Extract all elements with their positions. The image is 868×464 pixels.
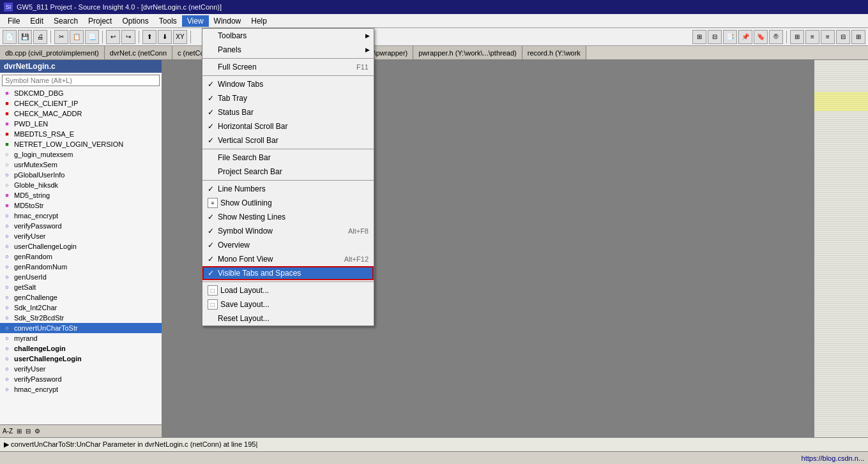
toolbar-sep-5 xyxy=(786,31,787,43)
symbol-item[interactable]: ■CHECK_MAC_ADDR xyxy=(0,109,162,119)
app-icon: SI xyxy=(4,3,13,11)
menu-item-mono-font[interactable]: Mono Font View Alt+F12 xyxy=(202,252,374,266)
toolbar-btn-19[interactable]: ≡ xyxy=(805,30,819,44)
menu-view[interactable]: View xyxy=(182,15,209,27)
menu-file[interactable]: File xyxy=(3,15,25,27)
symbol-item[interactable]: ○getSalt xyxy=(0,282,162,292)
menu-item-load-layout[interactable]: ⬚ Load Layout... xyxy=(202,283,374,297)
toolbar-btn-17[interactable]: ® xyxy=(769,30,783,44)
menu-tools[interactable]: Tools xyxy=(154,15,182,27)
symbol-item[interactable]: ○genChallenge xyxy=(0,292,162,303)
menu-item-overview[interactable]: Overview xyxy=(202,238,374,252)
symbol-item[interactable]: ○pGlobalUserInfo xyxy=(0,170,162,180)
symbol-item[interactable]: ○hmac_encrypt xyxy=(0,211,162,221)
toolbar-btn-18[interactable]: ⊞ xyxy=(790,30,804,44)
menu-item-save-layout[interactable]: ⬚ Save Layout... xyxy=(202,297,374,311)
toolbar-btn-22[interactable]: ⊞ xyxy=(851,30,865,44)
toolbar-btn-11[interactable]: XY xyxy=(173,30,187,44)
symbol-item[interactable]: ○verifyPassword xyxy=(0,221,162,231)
symbol-item[interactable]: ○verifyUser xyxy=(0,231,162,241)
menu-item-vscroll[interactable]: Vertical Scroll Bar xyxy=(202,133,374,147)
menu-item-reset-layout-label: Reset Layout... xyxy=(218,314,270,323)
symbol-item[interactable]: ○genRandom xyxy=(0,251,162,262)
toolbar-btn-20[interactable]: ≡ xyxy=(821,30,835,44)
left-panel-icon-2[interactable]: ⊟ xyxy=(26,428,31,435)
toolbar-btn-8[interactable]: ↪ xyxy=(121,30,135,44)
menu-item-file-search-bar[interactable]: File Search Bar xyxy=(202,151,374,165)
symbol-item[interactable]: ○challengeLogin xyxy=(0,343,162,354)
toolbar-btn-1[interactable]: 📄 xyxy=(3,30,17,44)
symbol-item[interactable]: ■SDKCMD_DBG xyxy=(0,88,162,98)
menu-item-symbol-window[interactable]: Symbol Window Alt+F8 xyxy=(202,224,374,238)
symbol-item[interactable]: ○verifyPassword xyxy=(0,374,162,384)
toolbar-btn-14[interactable]: 📑 xyxy=(723,30,737,44)
menu-item-status-bar[interactable]: Status Bar xyxy=(202,105,374,119)
menu-options[interactable]: Options xyxy=(117,15,153,27)
menu-item-panels[interactable]: Panels xyxy=(202,43,374,57)
symbol-item[interactable]: ○myrand xyxy=(0,333,162,343)
menu-item-line-numbers[interactable]: Line Numbers xyxy=(202,182,374,196)
tab-record-h[interactable]: record.h (Y:\work xyxy=(522,46,586,59)
status-url: https://blog.csdn.n... xyxy=(802,454,864,462)
toolbar-sep-3 xyxy=(139,31,139,43)
symbol-item[interactable]: ○userChallengeLogin xyxy=(0,241,162,251)
toolbar-btn-13[interactable]: ⊟ xyxy=(708,30,722,44)
symbol-item[interactable]: ■MD5_string xyxy=(0,190,162,200)
menu-project[interactable]: Project xyxy=(83,15,117,27)
menu-item-hscroll[interactable]: Horizontal Scroll Bar xyxy=(202,119,374,133)
menu-item-tab-tray[interactable]: Tab Tray xyxy=(202,91,374,105)
symbol-item-selected[interactable]: ○convertUnCharToStr xyxy=(0,323,162,333)
window-title: GW5_811 Project - Source Insight 4.0 - [… xyxy=(17,3,222,11)
menu-item-window-tabs[interactable]: Window Tabs xyxy=(202,77,374,91)
symbol-item[interactable]: ○Sdk_Int2Char xyxy=(0,303,162,313)
symbol-item[interactable]: ■PWD_LEN xyxy=(0,119,162,129)
minimap xyxy=(814,60,868,437)
menu-item-visible-tabs[interactable]: Visible Tabs and Spaces xyxy=(202,266,374,280)
symbol-item[interactable]: ○g_login_mutexsem xyxy=(0,149,162,160)
menu-item-reset-layout[interactable]: Reset Layout... xyxy=(202,311,374,326)
menu-item-fullscreen[interactable]: Full Screen F11 xyxy=(202,60,374,74)
left-panel-icon-3[interactable]: ⚙ xyxy=(34,428,40,435)
menu-help[interactable]: Help xyxy=(246,15,272,27)
symbol-item[interactable]: ■MD5toStr xyxy=(0,200,162,211)
toolbar-btn-6[interactable]: 📃 xyxy=(85,30,99,44)
menu-item-nesting-lines[interactable]: Show Nesting Lines xyxy=(202,210,374,224)
symbol-item[interactable]: ○hmac_encrypt xyxy=(0,384,162,394)
menu-edit[interactable]: Edit xyxy=(25,15,49,27)
symbol-item[interactable]: ○Globle_hiksdk xyxy=(0,180,162,190)
left-panel-icon-1[interactable]: ⊞ xyxy=(17,428,22,435)
outlining-icon: ≡ xyxy=(208,198,218,208)
toolbar-btn-5[interactable]: 📋 xyxy=(70,30,84,44)
symbol-item[interactable]: ○genUserId xyxy=(0,272,162,282)
symbol-search-input[interactable] xyxy=(2,75,160,86)
load-layout-icon: ⬚ xyxy=(208,285,218,296)
toolbar-btn-2[interactable]: 💾 xyxy=(18,30,32,44)
menu-search[interactable]: Search xyxy=(49,15,83,27)
symbol-item[interactable]: ○verifyUser xyxy=(0,364,162,374)
toolbar-btn-15[interactable]: 📌 xyxy=(738,30,752,44)
symbol-item[interactable]: ○usrMutexSem xyxy=(0,160,162,170)
menu-item-show-outlining[interactable]: ≡ Show Outlining xyxy=(202,196,374,210)
sym-icon: ○ xyxy=(3,334,11,343)
toolbar-btn-16[interactable]: 🔖 xyxy=(754,30,768,44)
toolbar-btn-10[interactable]: ⬇ xyxy=(158,30,172,44)
menu-item-toolbars[interactable]: Toolbars xyxy=(202,29,374,43)
symbol-item[interactable]: ○genRandomNum xyxy=(0,262,162,272)
toolbar-btn-3[interactable]: 🖨 xyxy=(33,30,47,44)
symbol-item[interactable]: ○userChallengeLogin xyxy=(0,354,162,364)
tab-pwrapper-h[interactable]: pwrapper.h (Y:\work\...\pthread) xyxy=(413,46,522,59)
toolbar-btn-9[interactable]: ⬆ xyxy=(142,30,156,44)
tab-dvrnet-c[interactable]: dvrNet.c (netConn xyxy=(105,46,172,59)
view-dropdown-menu: Toolbars Panels Full Screen F11 Window T… xyxy=(202,28,374,326)
menu-item-project-search-bar[interactable]: Project Search Bar xyxy=(202,165,374,179)
symbol-item[interactable]: ○Sdk_Str2BcdStr xyxy=(0,313,162,323)
toolbar-btn-7[interactable]: ↩ xyxy=(106,30,120,44)
symbol-item[interactable]: ■MBEDTLS_RSA_E xyxy=(0,129,162,139)
toolbar-btn-12[interactable]: ⊞ xyxy=(692,30,706,44)
menu-window[interactable]: Window xyxy=(209,15,247,27)
symbol-item[interactable]: ■NETRET_LOW_LOGIN_VERSION xyxy=(0,139,162,149)
symbol-item[interactable]: ■CHECK_CLIENT_IP xyxy=(0,98,162,109)
tab-db-cpp[interactable]: db.cpp (civil_proto\implement) xyxy=(0,46,105,59)
toolbar-btn-21[interactable]: ⊟ xyxy=(836,30,850,44)
toolbar-btn-4[interactable]: ✂ xyxy=(54,30,68,44)
